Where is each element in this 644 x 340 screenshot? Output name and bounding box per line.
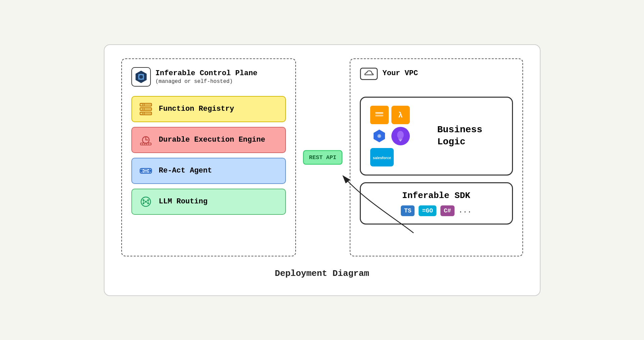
llm-routing-label: LLM Routing — [159, 197, 208, 206]
svg-line-40 — [146, 200, 148, 202]
inferable-logo-box — [131, 67, 151, 87]
svg-line-41 — [143, 202, 146, 203]
react-agent-icon — [138, 163, 154, 179]
svg-text:⎈: ⎈ — [377, 132, 381, 139]
react-agent-box: Re-Act Agent — [131, 158, 286, 184]
llm-routing-icon — [138, 194, 154, 209]
diagram-content: Inferable Control Plane (managed or self… — [121, 58, 523, 256]
svg-line-39 — [143, 200, 146, 202]
durable-execution-label: Durable Execution Engine — [159, 136, 265, 144]
typescript-badge: TS — [401, 205, 415, 216]
control-plane-title: Inferable Control Plane — [156, 69, 258, 79]
svg-rect-45 — [360, 68, 377, 80]
golang-badge: =GO — [419, 205, 436, 216]
svg-rect-25 — [140, 143, 151, 145]
vpc-header: Your VPC — [360, 67, 513, 81]
llm-routing-box: LLM Routing — [131, 189, 286, 215]
durable-execution-icon — [138, 132, 154, 148]
control-plane-header: Inferable Control Plane (managed or self… — [131, 67, 286, 87]
durable-execution-box: Durable Execution Engine — [131, 127, 286, 153]
react-agent-label: Re-Act Agent — [159, 166, 212, 175]
diagram-title: Deployment Diagram — [121, 269, 523, 279]
middle-section: REST API — [296, 58, 350, 256]
more-languages: ... — [459, 206, 472, 215]
inferable-logo-icon — [134, 70, 148, 84]
svg-point-54 — [397, 131, 404, 139]
svg-text:λ: λ — [398, 111, 402, 119]
aws-lambda-icon: λ — [391, 106, 410, 124]
sdk-languages: TS =GO C# ... — [370, 205, 503, 216]
vpc-panel: Your VPC — [350, 58, 523, 256]
component-list: Function Registry — [131, 96, 286, 215]
control-plane-panel: Inferable Control Plane (managed or self… — [121, 58, 296, 256]
kubernetes-icon: ⎈ — [370, 127, 389, 145]
function-registry-box: Function Registry — [131, 96, 286, 122]
function-registry-icon — [138, 101, 154, 117]
sdk-box: Inferable SDK TS =GO C# ... — [360, 182, 513, 225]
salesforce-icon: salesforce — [370, 148, 394, 166]
purple-balloon-icon — [391, 127, 410, 145]
control-plane-subtitle: (managed or self-hosted) — [156, 79, 258, 85]
sdk-label: Inferable SDK — [370, 191, 503, 201]
svg-rect-48 — [375, 115, 383, 116]
business-logic-icons: λ ⎈ — [370, 106, 431, 166]
aws-ecs-icon — [370, 106, 389, 124]
cloud-icon — [360, 67, 378, 80]
control-plane-title-group: Inferable Control Plane (managed or self… — [156, 69, 258, 85]
svg-line-42 — [146, 202, 148, 203]
business-logic-label: BusinessLogic — [437, 124, 482, 148]
vpc-title: Your VPC — [383, 69, 418, 79]
business-logic-box: λ ⎈ — [360, 97, 513, 176]
cloud-icon-box — [360, 67, 378, 81]
svg-text:salesforce: salesforce — [373, 156, 391, 160]
rest-api-badge: REST API — [303, 150, 343, 164]
svg-marker-0 — [136, 71, 146, 83]
csharp-badge: C# — [440, 205, 455, 216]
svg-rect-47 — [375, 112, 383, 114]
diagram-wrapper: Inferable Control Plane (managed or self… — [104, 44, 541, 296]
function-registry-label: Function Registry — [159, 105, 234, 113]
